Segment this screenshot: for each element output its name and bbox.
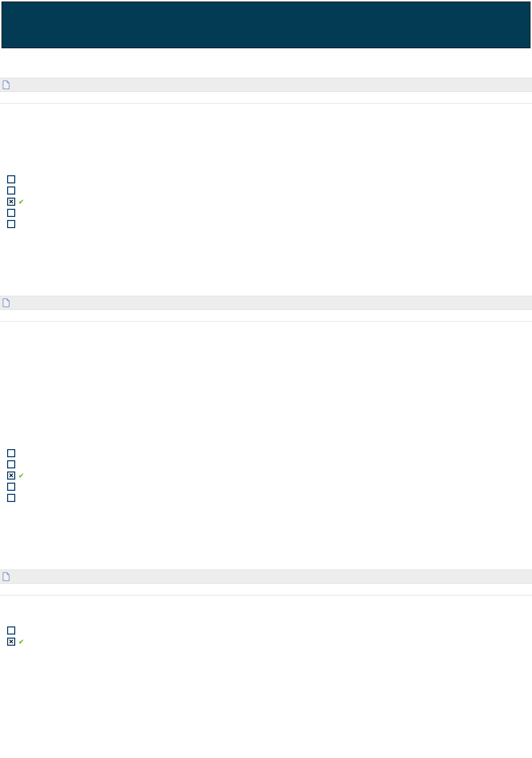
document-icon [2,80,10,89]
options-group-q2: ✔ [7,448,525,503]
checkbox-checked-icon[interactable] [7,638,15,646]
option-row[interactable] [7,218,525,230]
document-icon [2,572,10,581]
option-row[interactable]: ✔ [7,470,525,481]
correct-check-icon: ✔ [18,471,24,480]
checkbox-icon[interactable] [7,175,15,183]
divider [0,584,532,595]
page-header-bar [2,2,530,48]
question-block-1: ✔ [0,104,532,296]
option-row[interactable] [7,625,525,636]
checkbox-icon[interactable] [7,626,15,635]
option-row[interactable] [7,185,525,196]
section-header-q1 [0,78,532,92]
checkbox-icon[interactable] [7,460,15,468]
options-group-q1: ✔ [7,174,525,230]
divider [0,310,532,322]
option-row[interactable] [7,481,525,492]
checkbox-checked-icon[interactable] [7,471,15,480]
divider [0,92,532,104]
checkbox-checked-icon[interactable] [7,198,15,206]
question-block-3: ✔ [0,595,532,652]
option-row[interactable]: ✔ [7,636,525,647]
document-icon [2,298,10,307]
option-row[interactable] [7,448,525,459]
question-block-2: ✔ [0,322,532,570]
option-row[interactable]: ✔ [7,196,525,207]
options-group-q3: ✔ [7,625,525,647]
checkbox-icon[interactable] [7,186,15,195]
option-row[interactable] [7,492,525,503]
correct-check-icon: ✔ [18,638,24,646]
spacer [0,50,532,78]
checkbox-icon[interactable] [7,220,15,228]
option-row[interactable] [7,174,525,185]
option-row[interactable] [7,459,525,470]
checkbox-icon[interactable] [7,483,15,491]
correct-check-icon: ✔ [18,198,24,206]
checkbox-icon[interactable] [7,449,15,457]
section-header-q3 [0,570,532,584]
option-row[interactable] [7,207,525,218]
checkbox-icon[interactable] [7,494,15,502]
section-header-q2 [0,296,532,310]
checkbox-icon[interactable] [7,209,15,217]
